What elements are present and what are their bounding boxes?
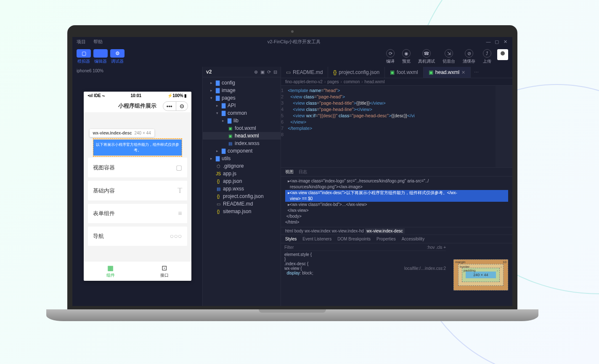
window-minimize[interactable]: — [485, 39, 491, 45]
folder-item[interactable]: ▸▇config [203, 79, 281, 87]
editor-tabs: ▭README.md{}project.config.json▣foot.wxm… [281, 67, 512, 78]
action-button-3[interactable]: ⇲切后台 [443, 49, 455, 64]
new-folder-icon[interactable]: ▣ [260, 69, 265, 75]
phone-preview: •ııl IDE ⏦ 10:01 ⚡100% ▮ 小程序组件展示 ••• ⊙ [84, 92, 191, 281]
window-maximize[interactable]: ▢ [494, 39, 500, 45]
toolbar: ▢模拟器编辑器⚙调试器 ⟳编译◉预览☎真机调试⇲切后台⊘清缓存⤴上传 [72, 47, 512, 67]
style-subtab[interactable]: Styles [285, 237, 297, 241]
mode-button-0[interactable]: ▢模拟器 [77, 49, 91, 64]
mode-button-1[interactable]: 编辑器 [93, 49, 108, 64]
breadcrumb-segment[interactable]: pages [327, 79, 339, 84]
style-subtab[interactable]: Accessibility [402, 237, 424, 241]
action-button-4[interactable]: ⊘清缓存 [463, 49, 475, 64]
dom-crumb-item[interactable]: wx-view.index [305, 229, 331, 233]
new-file-icon[interactable]: ⊕ [254, 69, 258, 75]
capsule-button[interactable]: ••• ⊙ [163, 101, 188, 111]
editor-tab[interactable]: ▣head.wxml✕ [424, 67, 471, 78]
devtools-tab-view[interactable]: 视图 [285, 169, 294, 175]
list-item[interactable]: 导航○○○ [88, 227, 187, 246]
style-filter-input[interactable]: Filter [284, 245, 294, 250]
menu-help[interactable]: 帮助 [93, 39, 103, 45]
action-button-2[interactable]: ☎真机调试 [418, 49, 435, 64]
phone-battery: ⚡100% ▮ [167, 93, 187, 98]
phone-time: 10:01 [131, 93, 142, 98]
menubar: 项目 帮助 v2-FinClip小程序开发工具 — ▢ ✕ [72, 37, 512, 47]
phone-tab-1[interactable]: ⊡接口 [138, 261, 191, 281]
dom-breadcrumb[interactable]: html body wx-view.index wx-view.index-hd… [281, 227, 512, 235]
devtools-tab-log[interactable]: 日志 [299, 169, 307, 175]
folder-item[interactable]: ▸▇utils [203, 155, 281, 162]
file-item[interactable]: ▣foot.wxml [203, 124, 281, 132]
phone-nav-title: 小程序组件展示 [118, 102, 156, 110]
file-item[interactable]: ▣head.wxml [203, 132, 281, 140]
refresh-icon[interactable]: ⟳ [267, 69, 271, 75]
breadcrumb-segment[interactable]: head.wxml [365, 79, 385, 84]
action-button-5[interactable]: ⤴上传 [483, 49, 491, 64]
project-root-name[interactable]: v2 [206, 69, 254, 75]
breadcrumb-segment[interactable]: common [344, 79, 360, 84]
folder-item[interactable]: ▸▇component [203, 147, 281, 155]
file-explorer: v2 ⊕ ▣ ⟳ ⊟ ▸▇config▸▇image▾▇pages▸▇API▾▇… [203, 67, 281, 306]
capsule-menu-icon[interactable]: ••• [163, 102, 176, 111]
list-item[interactable]: 表单组件≡ [88, 204, 187, 223]
code-editor[interactable]: 12345678 <template name="head"> <view cl… [281, 86, 512, 167]
dom-crumb-item[interactable]: html [285, 229, 293, 233]
style-subtab[interactable]: DOM Breakpoints [337, 237, 371, 241]
capsule-close-icon[interactable]: ⊙ [176, 102, 188, 111]
simulator-panel: iphone6 100% •ııl IDE ⏦ 10:01 ⚡100% ▮ 小程… [72, 67, 203, 306]
editor-tab[interactable]: ▣foot.wxml [385, 67, 424, 78]
styles-pane[interactable]: Filter:hov .cls +element.style {}.index-… [281, 243, 449, 306]
window-close[interactable]: ✕ [502, 39, 508, 45]
folder-item[interactable]: ▾▇common [203, 109, 281, 117]
file-item[interactable]: ▤app.wxss [203, 185, 281, 193]
box-model: margin10 border- padding- 240 × 44 [449, 243, 512, 306]
dom-crumb-item[interactable]: wx-view.index-hd [332, 229, 364, 233]
user-avatar[interactable] [497, 49, 508, 60]
file-item[interactable]: ▤index.wxss [203, 140, 281, 147]
menu-project[interactable]: 项目 [77, 39, 86, 45]
dom-crumb-item[interactable]: body [294, 229, 304, 233]
close-icon[interactable]: ✕ [461, 70, 465, 75]
style-filter-actions[interactable]: :hov .cls + [427, 245, 446, 250]
devtools-subtabs: StylesEvent ListenersDOM BreakpointsProp… [281, 235, 512, 243]
folder-item[interactable]: ▸▇API [203, 102, 281, 109]
mode-button-2[interactable]: ⚙调试器 [110, 49, 125, 64]
file-item[interactable]: {}project.config.json [203, 193, 281, 200]
file-item[interactable]: JSapp.js [203, 170, 281, 177]
inspect-highlight: 以下将展示小程序官方组件能力，组件样式仅供参考。 [93, 138, 182, 157]
laptop-frame: 项目 帮助 v2-FinClip小程序开发工具 — ▢ ✕ ▢模拟器编辑器⚙调试… [67, 25, 517, 321]
style-subtab[interactable]: Properties [376, 237, 396, 241]
list-item[interactable]: 基础内容𝕋 [88, 181, 187, 200]
phone-carrier: •ııl IDE ⏦ [88, 93, 105, 98]
file-item[interactable]: ▭README.md [203, 200, 281, 208]
file-item[interactable]: {}app.json [203, 177, 281, 185]
dom-crumb-item[interactable]: wx-view.index-desc [365, 228, 405, 234]
tabs-overflow-icon[interactable]: ⋯ [471, 70, 482, 75]
breadcrumb: fino-applet-demo-v2›pages›common›head.wx… [281, 78, 512, 86]
app-window: 项目 帮助 v2-FinClip小程序开发工具 — ▢ ✕ ▢模拟器编辑器⚙调试… [72, 37, 512, 306]
camera-dot [291, 30, 294, 33]
action-button-0[interactable]: ⟳编译 [386, 49, 395, 64]
list-item[interactable]: 视图容器▢ [88, 158, 187, 177]
simulator-device-label: iphone6 100% [72, 67, 202, 75]
collapse-icon[interactable]: ⊟ [273, 69, 277, 75]
folder-item[interactable]: ▸▇image [203, 87, 281, 94]
editor-panel: ▭README.md{}project.config.json▣foot.wxm… [281, 67, 512, 306]
file-item[interactable]: ⬡.gitignore [203, 162, 281, 170]
folder-item[interactable]: ▾▇pages [203, 94, 281, 102]
editor-tab[interactable]: {}project.config.json [328, 67, 385, 78]
editor-tab[interactable]: ▭README.md [281, 67, 328, 78]
file-item[interactable]: {}sitemap.json [203, 208, 281, 215]
inspect-tooltip: wx-view.index-desc240 × 44 [90, 129, 154, 137]
folder-item[interactable]: ▸▇lib [203, 117, 281, 124]
phone-tab-0[interactable]: ▦组件 [84, 261, 138, 281]
action-button-1[interactable]: ◉预览 [402, 49, 411, 64]
minimap[interactable] [496, 86, 512, 167]
breadcrumb-segment[interactable]: fino-applet-demo-v2 [285, 79, 323, 84]
window-title: v2-FinClip小程序开发工具 [110, 39, 478, 45]
devtools-panel: 视图 日志 ▸<wx-image class="index-logo" src=… [281, 167, 512, 306]
style-subtab[interactable]: Event Listeners [302, 237, 331, 241]
dom-tree[interactable]: ▸<wx-image class="index-logo" src="../re… [281, 177, 512, 227]
